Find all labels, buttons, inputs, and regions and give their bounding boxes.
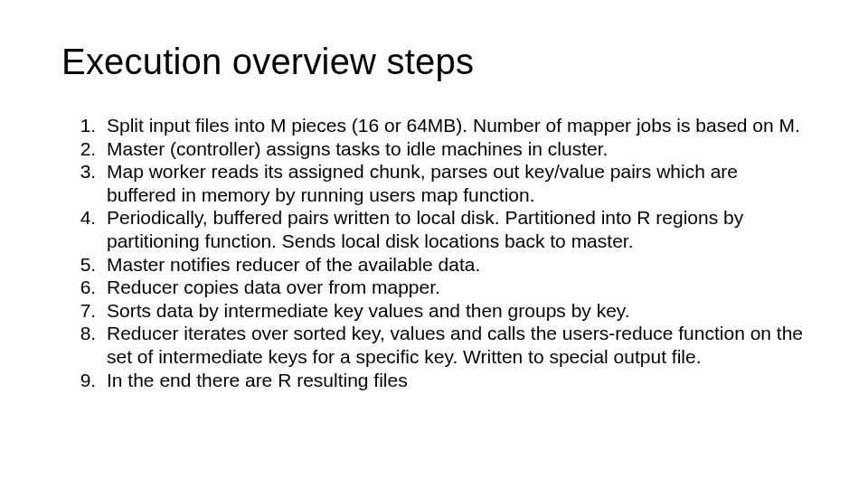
list-item: Reducer copies data over from mapper.	[101, 276, 807, 299]
slide: Execution overview steps Split input fil…	[0, 0, 868, 488]
list-item: Split input files into M pieces (16 or 6…	[101, 114, 807, 137]
list-item: Periodically, buffered pairs written to …	[101, 206, 807, 252]
steps-list: Split input files into M pieces (16 or 6…	[61, 114, 807, 391]
list-item: Sorts data by intermediate key values an…	[101, 299, 807, 323]
slide-title: Execution overview steps	[61, 42, 807, 81]
list-item: Reducer iterates over sorted key, values…	[101, 322, 807, 368]
list-item: Master (controller) assigns tasks to idl…	[101, 137, 807, 161]
list-item: In the end there are R resulting files	[101, 369, 807, 392]
list-item: Map worker reads its assigned chunk, par…	[101, 160, 807, 206]
list-item: Master notifies reducer of the available…	[101, 253, 807, 277]
